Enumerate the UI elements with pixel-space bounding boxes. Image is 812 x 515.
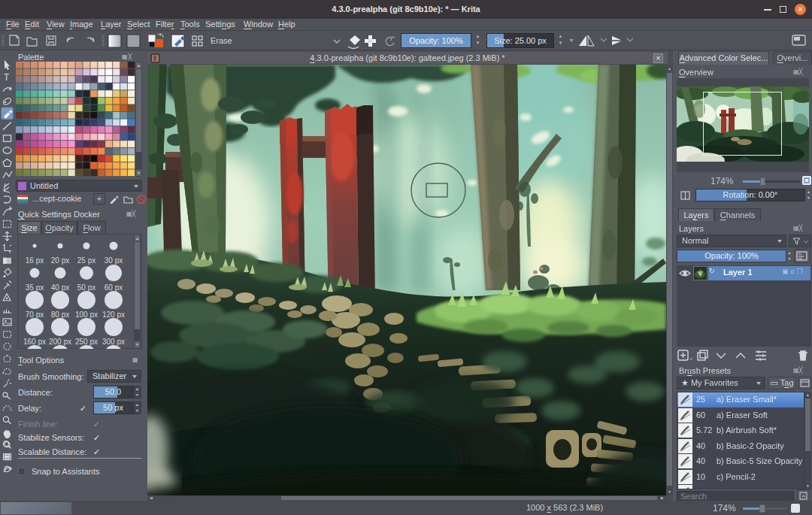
svg-text:120 px: 120 px [102,311,125,319]
svg-text:200 px: 200 px [49,338,71,346]
svg-text:50 px: 50 px [77,283,95,292]
svg-text:160 px: 160 px [23,338,46,346]
svg-text:100 px: 100 px [75,311,98,319]
svg-text:20 px: 20 px [51,256,69,265]
svg-text:80 px: 80 px [51,311,69,319]
svg-text:30 px: 30 px [105,256,123,265]
svg-text:35 px: 35 px [26,283,44,292]
svg-text:60 px: 60 px [105,283,123,292]
svg-text:Erase: Erase [211,36,232,45]
svg-text:70 px: 70 px [26,311,44,319]
svg-text:16 px: 16 px [26,256,44,265]
svg-text:T: T [4,72,10,83]
svg-text:25 px: 25 px [77,256,95,265]
svg-text:250 px: 250 px [75,338,98,346]
svg-text:40 px: 40 px [51,283,69,292]
svg-text:300 px: 300 px [102,338,125,346]
